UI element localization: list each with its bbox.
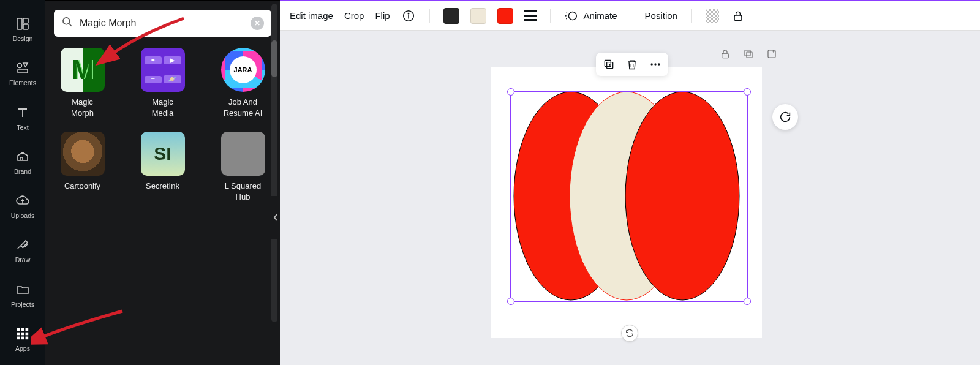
svg-rect-20	[706, 9, 719, 23]
svg-rect-8	[17, 333, 20, 336]
rail-brand[interactable]: Brand	[0, 140, 45, 184]
left-nav-rail: Design Elements Text Brand Uploads Draw	[0, 0, 45, 365]
resize-handle-tr[interactable]	[744, 88, 751, 96]
app-cartoonify[interactable]: Cartoonify	[54, 132, 111, 202]
svg-rect-12	[21, 336, 24, 339]
svg-rect-22	[722, 53, 729, 58]
app-thumb-lsq-icon	[221, 132, 265, 176]
svg-rect-11	[17, 336, 20, 339]
svg-rect-7	[26, 328, 29, 331]
svg-point-14	[63, 18, 70, 24]
context-toolbar: Edit image Crop Flip Animate Position	[280, 1, 980, 31]
rail-uploads[interactable]: Uploads	[0, 184, 45, 228]
rail-apps[interactable]: Apps	[0, 317, 45, 361]
info-icon[interactable]	[401, 9, 416, 23]
svg-rect-21	[734, 15, 742, 20]
rail-label: Text	[17, 124, 28, 131]
delete-icon[interactable]	[625, 58, 639, 71]
app-thumb-media-icon: ✦▶≡🪐	[141, 48, 185, 92]
folder-icon	[15, 282, 30, 297]
lock-icon[interactable]	[731, 9, 745, 23]
rail-label: Uploads	[11, 212, 35, 219]
selection-box[interactable]	[511, 92, 747, 301]
svg-rect-10	[26, 333, 29, 336]
app-label: L Squared Hub	[225, 181, 262, 202]
svg-point-33	[658, 63, 660, 65]
svg-point-3	[18, 64, 22, 68]
selection-toolbar	[596, 53, 668, 76]
animate-button[interactable]: Animate	[564, 9, 617, 23]
svg-rect-24	[747, 52, 752, 58]
svg-rect-2	[23, 24, 28, 29]
svg-point-32	[654, 63, 656, 65]
apps-grid: Magic Morph ✦▶≡🪐 Magic Media Job And Res…	[54, 48, 271, 202]
position-button[interactable]: Position	[645, 10, 677, 21]
app-label: Magic Media	[152, 97, 173, 118]
app-thumb-jara-icon	[221, 48, 265, 92]
color-swatch-cream[interactable]	[470, 8, 486, 24]
app-thumb-si-icon	[141, 132, 185, 176]
canvas-area[interactable]	[280, 31, 980, 365]
app-label: Cartoonify	[64, 181, 100, 192]
app-magic-morph[interactable]: Magic Morph	[54, 48, 111, 118]
add-page-icon[interactable]	[766, 48, 778, 60]
color-swatch-red[interactable]	[497, 8, 513, 24]
svg-rect-29	[605, 60, 611, 66]
resize-handle-br[interactable]	[744, 298, 751, 305]
clear-search-icon[interactable]: ✕	[251, 17, 264, 30]
draw-icon	[15, 238, 30, 252]
rail-projects[interactable]: Projects	[0, 273, 45, 317]
rail-design[interactable]: Design	[0, 7, 45, 51]
duplicate-page-icon[interactable]	[742, 48, 755, 60]
rail-label: Brand	[14, 168, 31, 175]
svg-rect-9	[21, 333, 24, 336]
app-thumb-lion-icon	[61, 132, 105, 176]
app-label: Job And Resume AI	[224, 97, 263, 118]
svg-point-16	[408, 13, 409, 13]
svg-point-31	[651, 63, 653, 65]
rail-label: Draw	[15, 256, 31, 263]
crop-button[interactable]: Crop	[344, 10, 364, 21]
text-icon	[15, 105, 30, 120]
rail-elements[interactable]: Elements	[0, 51, 45, 96]
shapes-icon	[15, 61, 30, 75]
color-swatch-dark[interactable]	[443, 8, 459, 24]
rail-label: Projects	[11, 301, 34, 308]
edit-image-button[interactable]: Edit image	[290, 10, 333, 21]
transparency-icon[interactable]	[705, 9, 720, 23]
app-label: SecretInk	[146, 181, 179, 192]
svg-rect-4	[18, 69, 28, 73]
svg-rect-5	[17, 328, 20, 331]
svg-rect-1	[23, 18, 28, 23]
app-job-resume-ai[interactable]: Job And Resume AI	[214, 48, 271, 118]
rail-label: Design	[13, 35, 33, 42]
search-input[interactable]	[80, 18, 244, 29]
svg-rect-13	[26, 336, 29, 339]
regenerate-button[interactable]	[772, 104, 798, 130]
more-icon[interactable]	[649, 58, 662, 71]
svg-rect-23	[745, 50, 750, 56]
page-controls	[719, 48, 778, 60]
svg-rect-6	[21, 328, 24, 331]
app-magic-media[interactable]: ✦▶≡🪐 Magic Media	[134, 48, 191, 118]
app-secretink[interactable]: SecretInk	[134, 132, 191, 202]
rail-text[interactable]: Text	[0, 96, 45, 140]
duplicate-icon[interactable]	[602, 58, 616, 71]
apps-grid-icon	[15, 326, 30, 341]
border-style-button[interactable]	[524, 10, 537, 21]
apps-panel: ✕ Magic Morph ✦▶≡🪐 Magic Media Job And R…	[45, 0, 280, 365]
resize-handle-tl[interactable]	[507, 88, 514, 96]
app-thumb-morph-icon	[61, 48, 105, 92]
flip-button[interactable]: Flip	[375, 10, 390, 21]
rail-label: Apps	[15, 345, 30, 352]
panel-scrollbar[interactable]	[271, 4, 277, 322]
svg-point-17	[568, 12, 576, 20]
lock-page-icon[interactable]	[719, 48, 731, 60]
animate-label: Animate	[584, 10, 617, 21]
rail-draw[interactable]: Draw	[0, 228, 45, 273]
resize-handle-bl[interactable]	[507, 298, 514, 305]
app-l-squared-hub[interactable]: L Squared Hub	[214, 132, 271, 202]
search-wrap: ✕	[54, 10, 271, 37]
page-cycle-button[interactable]	[621, 325, 638, 342]
animate-icon	[564, 9, 579, 23]
